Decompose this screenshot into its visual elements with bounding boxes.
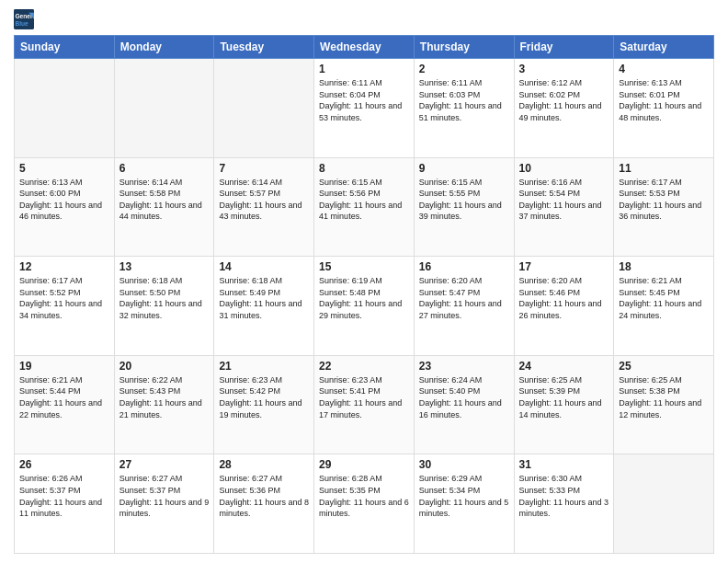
calendar-cell bbox=[614, 454, 714, 554]
day-info: Sunrise: 6:15 AMSunset: 5:56 PMDaylight:… bbox=[319, 177, 409, 223]
day-info: Sunrise: 6:14 AMSunset: 5:58 PMDaylight:… bbox=[119, 177, 210, 223]
calendar-cell: 10Sunrise: 6:16 AMSunset: 5:54 PMDayligh… bbox=[514, 157, 614, 257]
calendar-cell: 6Sunrise: 6:14 AMSunset: 5:58 PMDaylight… bbox=[114, 157, 214, 257]
day-number: 19 bbox=[19, 360, 109, 373]
day-info: Sunrise: 6:24 AMSunset: 5:40 PMDaylight:… bbox=[419, 374, 509, 420]
day-number: 20 bbox=[119, 360, 210, 373]
calendar-cell: 5Sunrise: 6:13 AMSunset: 6:00 PMDaylight… bbox=[15, 157, 115, 257]
calendar-cell bbox=[114, 59, 214, 158]
day-info: Sunrise: 6:27 AMSunset: 5:37 PMDaylight:… bbox=[119, 473, 210, 519]
day-number: 10 bbox=[519, 162, 609, 175]
logo-icon: General Blue bbox=[14, 9, 34, 29]
calendar-cell: 24Sunrise: 6:25 AMSunset: 5:39 PMDayligh… bbox=[514, 355, 614, 454]
day-info: Sunrise: 6:17 AMSunset: 5:52 PMDaylight:… bbox=[19, 275, 109, 321]
day-number: 25 bbox=[619, 360, 709, 373]
calendar-cell: 3Sunrise: 6:12 AMSunset: 6:02 PMDaylight… bbox=[514, 59, 614, 158]
calendar-cell: 22Sunrise: 6:23 AMSunset: 5:41 PMDayligh… bbox=[314, 355, 415, 454]
calendar-cell: 4Sunrise: 6:13 AMSunset: 6:01 PMDaylight… bbox=[614, 59, 714, 158]
day-number: 26 bbox=[19, 458, 109, 471]
calendar-cell: 28Sunrise: 6:27 AMSunset: 5:36 PMDayligh… bbox=[214, 454, 314, 554]
day-number: 5 bbox=[19, 162, 109, 175]
day-info: Sunrise: 6:13 AMSunset: 6:01 PMDaylight:… bbox=[619, 77, 709, 123]
svg-text:Blue: Blue bbox=[15, 20, 28, 27]
week-row-2: 5Sunrise: 6:13 AMSunset: 6:00 PMDaylight… bbox=[15, 157, 714, 257]
day-header-tuesday: Tuesday bbox=[214, 36, 314, 59]
calendar-cell: 21Sunrise: 6:23 AMSunset: 5:42 PMDayligh… bbox=[214, 355, 314, 454]
day-info: Sunrise: 6:27 AMSunset: 5:36 PMDaylight:… bbox=[219, 473, 309, 519]
calendar-cell: 17Sunrise: 6:20 AMSunset: 5:46 PMDayligh… bbox=[514, 257, 614, 356]
calendar-cell: 1Sunrise: 6:11 AMSunset: 6:04 PMDaylight… bbox=[314, 59, 415, 158]
day-number: 9 bbox=[419, 162, 509, 175]
calendar-cell: 31Sunrise: 6:30 AMSunset: 5:33 PMDayligh… bbox=[514, 454, 614, 554]
day-number: 30 bbox=[419, 458, 509, 471]
calendar-cell: 13Sunrise: 6:18 AMSunset: 5:50 PMDayligh… bbox=[114, 257, 214, 356]
day-number: 16 bbox=[419, 260, 509, 273]
calendar-cell: 8Sunrise: 6:15 AMSunset: 5:56 PMDaylight… bbox=[314, 157, 415, 257]
week-row-1: 1Sunrise: 6:11 AMSunset: 6:04 PMDaylight… bbox=[15, 59, 714, 158]
calendar-cell bbox=[214, 59, 314, 158]
calendar-cell: 14Sunrise: 6:18 AMSunset: 5:49 PMDayligh… bbox=[214, 257, 314, 356]
day-info: Sunrise: 6:29 AMSunset: 5:34 PMDaylight:… bbox=[419, 473, 509, 519]
calendar-cell: 11Sunrise: 6:17 AMSunset: 5:53 PMDayligh… bbox=[614, 157, 714, 257]
day-number: 21 bbox=[219, 360, 309, 373]
day-header-saturday: Saturday bbox=[614, 36, 714, 59]
day-info: Sunrise: 6:25 AMSunset: 5:38 PMDaylight:… bbox=[619, 374, 709, 420]
day-info: Sunrise: 6:13 AMSunset: 6:00 PMDaylight:… bbox=[19, 177, 109, 223]
day-header-friday: Friday bbox=[514, 36, 614, 59]
day-info: Sunrise: 6:25 AMSunset: 5:39 PMDaylight:… bbox=[519, 374, 609, 420]
day-number: 18 bbox=[619, 260, 709, 273]
day-info: Sunrise: 6:28 AMSunset: 5:35 PMDaylight:… bbox=[319, 473, 409, 519]
day-number: 15 bbox=[319, 260, 409, 273]
day-number: 14 bbox=[219, 260, 309, 273]
day-number: 27 bbox=[119, 458, 210, 471]
calendar-cell: 30Sunrise: 6:29 AMSunset: 5:34 PMDayligh… bbox=[414, 454, 514, 554]
day-number: 8 bbox=[319, 162, 409, 175]
calendar-header-row: SundayMondayTuesdayWednesdayThursdayFrid… bbox=[15, 36, 714, 59]
week-row-4: 19Sunrise: 6:21 AMSunset: 5:44 PMDayligh… bbox=[15, 355, 714, 454]
day-header-thursday: Thursday bbox=[414, 36, 514, 59]
day-info: Sunrise: 6:21 AMSunset: 5:44 PMDaylight:… bbox=[19, 374, 109, 420]
calendar-cell: 20Sunrise: 6:22 AMSunset: 5:43 PMDayligh… bbox=[114, 355, 214, 454]
calendar-cell: 25Sunrise: 6:25 AMSunset: 5:38 PMDayligh… bbox=[614, 355, 714, 454]
week-row-3: 12Sunrise: 6:17 AMSunset: 5:52 PMDayligh… bbox=[15, 257, 714, 356]
day-number: 24 bbox=[519, 360, 609, 373]
day-number: 6 bbox=[119, 162, 210, 175]
week-row-5: 26Sunrise: 6:26 AMSunset: 5:37 PMDayligh… bbox=[15, 454, 714, 554]
day-info: Sunrise: 6:22 AMSunset: 5:43 PMDaylight:… bbox=[119, 374, 210, 420]
calendar-cell: 2Sunrise: 6:11 AMSunset: 6:03 PMDaylight… bbox=[414, 59, 514, 158]
calendar-cell: 18Sunrise: 6:21 AMSunset: 5:45 PMDayligh… bbox=[614, 257, 714, 356]
day-info: Sunrise: 6:16 AMSunset: 5:54 PMDaylight:… bbox=[519, 177, 609, 223]
day-number: 12 bbox=[19, 260, 109, 273]
day-number: 11 bbox=[619, 162, 709, 175]
day-info: Sunrise: 6:30 AMSunset: 5:33 PMDaylight:… bbox=[519, 473, 609, 519]
calendar-cell: 19Sunrise: 6:21 AMSunset: 5:44 PMDayligh… bbox=[15, 355, 115, 454]
day-number: 1 bbox=[319, 63, 409, 75]
day-number: 31 bbox=[519, 458, 609, 471]
calendar-cell: 29Sunrise: 6:28 AMSunset: 5:35 PMDayligh… bbox=[314, 454, 415, 554]
day-info: Sunrise: 6:26 AMSunset: 5:37 PMDaylight:… bbox=[19, 473, 109, 519]
day-number: 7 bbox=[219, 162, 309, 175]
calendar-cell: 15Sunrise: 6:19 AMSunset: 5:48 PMDayligh… bbox=[314, 257, 415, 356]
day-number: 23 bbox=[419, 360, 509, 373]
day-info: Sunrise: 6:20 AMSunset: 5:46 PMDaylight:… bbox=[519, 275, 609, 321]
day-number: 22 bbox=[319, 360, 409, 373]
day-info: Sunrise: 6:17 AMSunset: 5:53 PMDaylight:… bbox=[619, 177, 709, 223]
day-info: Sunrise: 6:19 AMSunset: 5:48 PMDaylight:… bbox=[319, 275, 409, 321]
day-info: Sunrise: 6:12 AMSunset: 6:02 PMDaylight:… bbox=[519, 77, 609, 123]
calendar-page: General Blue SundayMondayTuesdayWednesda… bbox=[0, 0, 728, 563]
day-info: Sunrise: 6:21 AMSunset: 5:45 PMDaylight:… bbox=[619, 275, 709, 321]
logo: General Blue bbox=[14, 9, 38, 29]
day-info: Sunrise: 6:18 AMSunset: 5:50 PMDaylight:… bbox=[119, 275, 210, 321]
calendar-cell: 23Sunrise: 6:24 AMSunset: 5:40 PMDayligh… bbox=[414, 355, 514, 454]
day-info: Sunrise: 6:23 AMSunset: 5:42 PMDaylight:… bbox=[219, 374, 309, 420]
day-number: 13 bbox=[119, 260, 210, 273]
day-number: 28 bbox=[219, 458, 309, 471]
calendar-cell: 27Sunrise: 6:27 AMSunset: 5:37 PMDayligh… bbox=[114, 454, 214, 554]
day-number: 3 bbox=[519, 63, 609, 75]
calendar-table: SundayMondayTuesdayWednesdayThursdayFrid… bbox=[14, 35, 714, 554]
calendar-cell bbox=[15, 59, 115, 158]
day-number: 4 bbox=[619, 63, 709, 75]
day-info: Sunrise: 6:20 AMSunset: 5:47 PMDaylight:… bbox=[419, 275, 509, 321]
day-number: 2 bbox=[419, 63, 509, 75]
calendar-cell: 7Sunrise: 6:14 AMSunset: 5:57 PMDaylight… bbox=[214, 157, 314, 257]
